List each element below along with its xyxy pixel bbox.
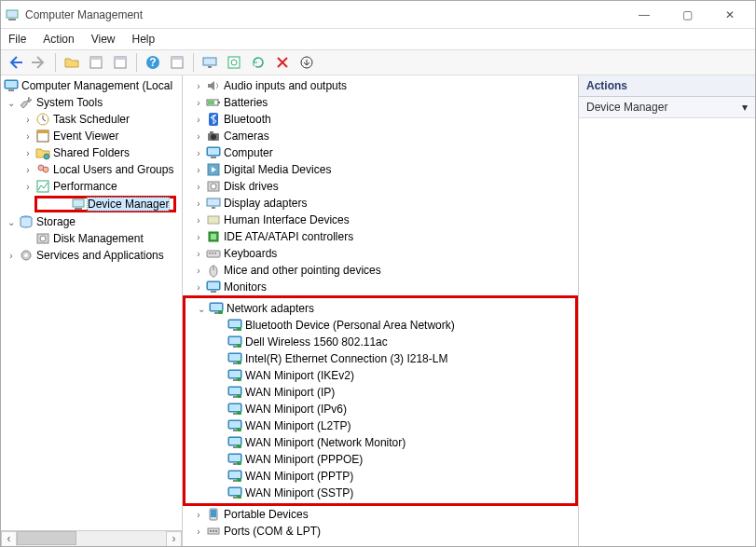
scroll-track[interactable] (17, 531, 166, 547)
collapse-icon[interactable]: ⌄ (195, 304, 208, 314)
maximize-button[interactable]: ▢ (666, 2, 708, 28)
console-tree[interactable]: Computer Management (Local ⌄ System Tool… (1, 75, 182, 530)
net-wan-netmon[interactable]: WAN Miniport (Network Monitor) (186, 434, 575, 451)
scroll-right-button[interactable]: › (166, 531, 182, 547)
collapse-icon[interactable]: ⌄ (5, 217, 18, 227)
refresh-button[interactable] (248, 52, 268, 73)
back-button[interactable] (5, 52, 25, 73)
dev-ide[interactable]: ›IDE ATA/ATAPI controllers (183, 228, 578, 245)
monitor-button[interactable] (199, 52, 220, 73)
tree-shared-folders[interactable]: › Shared Folders (1, 144, 182, 161)
expand-icon[interactable]: › (192, 215, 205, 226)
dev-ports[interactable]: ›Ports (COM & LPT) (183, 523, 578, 540)
scroll-left-button[interactable]: ‹ (1, 531, 17, 547)
actions-item-device-manager[interactable]: Device Manager ▾ (579, 97, 755, 118)
expand-icon[interactable]: › (21, 131, 34, 142)
expand-icon[interactable]: › (192, 182, 205, 192)
tree-label: Local Users and Groups (53, 163, 173, 176)
expand-icon[interactable]: › (5, 251, 18, 261)
expand-icon[interactable]: › (192, 282, 205, 293)
uninstall-button[interactable] (272, 52, 293, 73)
tree-task-scheduler[interactable]: › Task Scheduler (1, 111, 182, 128)
expand-icon[interactable]: › (21, 115, 34, 125)
expand-icon[interactable]: › (192, 81, 205, 91)
actions-header: Actions (579, 75, 755, 97)
show-hide-tree-button[interactable] (62, 52, 82, 73)
collapse-icon[interactable]: ⌄ (5, 98, 18, 108)
net-bt-device[interactable]: Bluetooth Device (Personal Area Network) (186, 317, 575, 334)
details-button[interactable] (167, 52, 187, 73)
dev-cameras[interactable]: ›Cameras (183, 128, 578, 144)
dev-disk-drives[interactable]: ›Disk drives (183, 178, 578, 195)
tree-storage[interactable]: ⌄ Storage (1, 213, 182, 230)
expand-icon[interactable]: › (21, 148, 34, 158)
menu-action[interactable]: Action (43, 33, 74, 46)
dev-label: Computer (224, 146, 273, 159)
menu-file[interactable]: File (8, 33, 26, 46)
expand-icon[interactable]: › (192, 266, 205, 276)
dev-computer[interactable]: ›Computer (183, 144, 578, 161)
dev-monitors[interactable]: ›Monitors (183, 279, 578, 295)
expand-icon[interactable]: › (192, 198, 205, 209)
install-button[interactable] (296, 52, 317, 73)
net-intel-eth[interactable]: Intel(R) Ethernet Connection (3) I218-LM (186, 350, 575, 367)
net-wan-pptp[interactable]: WAN Miniport (PPTP) (186, 468, 575, 485)
dev-digital-media[interactable]: ›Digital Media Devices (183, 161, 578, 178)
actions-pane: Actions Device Manager ▾ (579, 75, 755, 546)
expand-icon[interactable]: › (192, 165, 205, 175)
help-button[interactable] (143, 52, 163, 73)
dev-audio[interactable]: ›Audio inputs and outputs (183, 77, 578, 94)
net-wan-l2tp[interactable]: WAN Miniport (L2TP) (186, 417, 575, 434)
hid-icon (205, 212, 222, 227)
menu-help[interactable]: Help (132, 33, 156, 46)
dev-portable[interactable]: ›Portable Devices (183, 506, 578, 523)
dev-network-adapters[interactable]: ⌄Network adapters (186, 300, 575, 317)
hscrollbar[interactable]: ‹ › (1, 530, 182, 546)
expand-icon[interactable]: › (192, 510, 205, 520)
network-icon (208, 301, 225, 316)
scan-hardware-button[interactable] (224, 52, 244, 73)
menu-view[interactable]: View (91, 33, 116, 46)
dev-display-adapters[interactable]: ›Display adapters (183, 195, 578, 212)
dev-label: WAN Miniport (IPv6) (245, 403, 347, 416)
expand-icon[interactable]: › (21, 165, 34, 175)
tree-disk-management[interactable]: Disk Management (1, 230, 182, 247)
expand-icon[interactable]: › (192, 148, 205, 158)
titlebar[interactable]: Computer Management — ▢ ✕ (1, 1, 755, 29)
net-wan-ip[interactable]: WAN Miniport (IP) (186, 384, 575, 401)
minimize-button[interactable]: — (623, 2, 666, 28)
dev-hid[interactable]: ›Human Interface Devices (183, 212, 578, 228)
tree-device-manager[interactable]: Device Manager (34, 196, 176, 212)
dev-bluetooth[interactable]: ›Bluetooth (183, 111, 578, 128)
view-button[interactable] (86, 52, 106, 73)
expand-icon[interactable]: › (192, 115, 205, 125)
tree-event-viewer[interactable]: › Event Viewer (1, 128, 182, 144)
tree-local-users-groups[interactable]: › Local Users and Groups (1, 161, 182, 178)
tree-root[interactable]: Computer Management (Local (1, 77, 182, 94)
tree-system-tools[interactable]: ⌄ System Tools (1, 94, 182, 111)
forward-button[interactable] (29, 52, 49, 73)
expand-icon[interactable]: › (192, 232, 205, 242)
expand-icon[interactable]: › (21, 182, 34, 192)
expand-icon[interactable]: › (192, 249, 205, 259)
net-wan-ipv6[interactable]: WAN Miniport (IPv6) (186, 401, 575, 417)
net-wan-pppoe[interactable]: WAN Miniport (PPPOE) (186, 451, 575, 468)
net-wan-sstp[interactable]: WAN Miniport (SSTP) (186, 485, 575, 501)
dev-label: Network adapters (227, 302, 314, 315)
expand-icon[interactable]: › (192, 526, 205, 537)
tree-performance[interactable]: › Performance (1, 178, 182, 195)
close-button[interactable]: ✕ (708, 2, 751, 28)
net-wan-ikev2[interactable]: WAN Miniport (IKEv2) (186, 367, 575, 384)
net-dell-1560[interactable]: Dell Wireless 1560 802.11ac (186, 334, 575, 350)
dev-mice[interactable]: ›Mice and other pointing devices (183, 262, 578, 279)
properties-button[interactable] (110, 52, 131, 73)
dev-batteries[interactable]: ›Batteries (183, 94, 578, 111)
disk-icon (205, 179, 222, 194)
scroll-thumb[interactable] (17, 531, 76, 545)
network-icon (227, 318, 243, 333)
device-tree[interactable]: ›Audio inputs and outputs ›Batteries ›Bl… (183, 75, 578, 546)
expand-icon[interactable]: › (192, 131, 205, 142)
dev-keyboards[interactable]: ›Keyboards (183, 245, 578, 262)
expand-icon[interactable]: › (192, 98, 205, 108)
tree-services-apps[interactable]: › Services and Applications (1, 247, 182, 264)
